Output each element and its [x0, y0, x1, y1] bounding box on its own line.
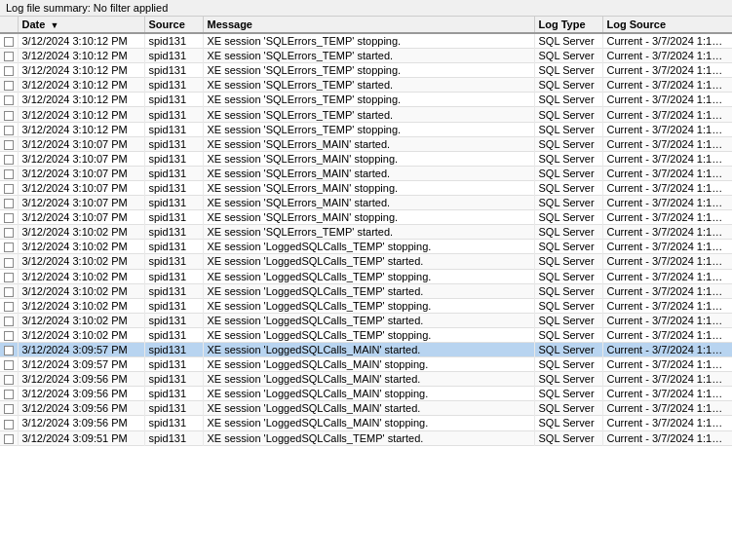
row-checkbox-cell	[0, 372, 18, 387]
checkbox-icon[interactable]	[4, 331, 14, 341]
checkbox-icon[interactable]	[4, 52, 14, 61]
table-row[interactable]: 3/12/2024 3:10:02 PMspid131XE session 'S…	[0, 225, 732, 240]
row-date: 3/12/2024 3:10:12 PM	[18, 93, 144, 107]
row-date: 3/12/2024 3:10:07 PM	[18, 136, 144, 151]
checkbox-icon[interactable]	[4, 360, 14, 370]
table-row[interactable]: 3/12/2024 3:10:02 PMspid131XE session 'L…	[0, 269, 732, 283]
row-logsource: Current - 3/7/2024 1:11:00 PM	[602, 313, 732, 327]
row-checkbox-cell	[0, 151, 18, 166]
header-message[interactable]: Message	[203, 17, 534, 33]
row-logtype: SQL Server	[534, 283, 602, 298]
checkbox-icon[interactable]	[4, 37, 14, 47]
table-row[interactable]: 3/12/2024 3:09:56 PMspid131XE session 'L…	[0, 401, 732, 416]
row-logsource: Current - 3/7/2024 1:11:00 PM	[602, 387, 732, 401]
table-row[interactable]: 3/12/2024 3:10:02 PMspid131XE session 'L…	[0, 313, 732, 327]
checkbox-icon[interactable]	[4, 243, 14, 252]
checkbox-icon[interactable]	[4, 420, 14, 429]
row-message: XE session 'SQLErrors_MAIN' started.	[203, 166, 534, 180]
checkbox-icon[interactable]	[4, 375, 14, 385]
row-logtype: SQL Server	[534, 33, 602, 49]
row-message: XE session 'SQLErrors_TEMP' stopping.	[203, 122, 534, 136]
row-logtype: SQL Server	[534, 387, 602, 401]
checkbox-icon[interactable]	[4, 213, 14, 223]
log-table-container[interactable]: Date ▼ Source Message Log Type Log Sourc…	[0, 17, 732, 555]
table-row[interactable]: 3/12/2024 3:10:02 PMspid131XE session 'L…	[0, 240, 732, 254]
checkbox-icon[interactable]	[4, 404, 14, 414]
checkbox-icon[interactable]	[4, 169, 14, 179]
checkbox-icon[interactable]	[4, 302, 14, 312]
table-row[interactable]: 3/12/2024 3:10:02 PMspid131XE session 'L…	[0, 254, 732, 269]
table-row[interactable]: 3/12/2024 3:10:07 PMspid131XE session 'S…	[0, 151, 732, 166]
row-message: XE session 'SQLErrors_TEMP' started.	[203, 49, 534, 63]
checkbox-icon[interactable]	[4, 346, 14, 355]
checkbox-icon[interactable]	[4, 228, 14, 238]
row-message: XE session 'SQLErrors_TEMP' started.	[203, 107, 534, 122]
row-logsource: Current - 3/7/2024 1:11:00 PM	[602, 240, 732, 254]
row-date: 3/12/2024 3:10:07 PM	[18, 166, 144, 180]
row-message: XE session 'SQLErrors_TEMP' stopping.	[203, 63, 534, 78]
row-date: 3/12/2024 3:10:02 PM	[18, 327, 144, 342]
row-checkbox-cell	[0, 313, 18, 327]
table-row[interactable]: 3/12/2024 3:10:12 PMspid131XE session 'S…	[0, 122, 732, 136]
table-row[interactable]: 3/12/2024 3:10:02 PMspid131XE session 'L…	[0, 298, 732, 313]
row-logsource: Current - 3/7/2024 1:11:00 PM	[602, 196, 732, 210]
row-message: XE session 'LoggedSQLCalls_MAIN' started…	[203, 372, 534, 387]
table-row[interactable]: 3/12/2024 3:10:07 PMspid131XE session 'S…	[0, 136, 732, 151]
row-logsource: Current - 3/7/2024 1:11:00 PM	[602, 63, 732, 78]
header-date[interactable]: Date ▼	[18, 17, 144, 33]
row-source: spid131	[144, 357, 203, 372]
checkbox-icon[interactable]	[4, 317, 14, 326]
checkbox-icon[interactable]	[4, 155, 14, 165]
row-logsource: Current - 3/7/2024 1:11:00 PM	[602, 49, 732, 63]
table-row[interactable]: 3/12/2024 3:09:57 PMspid131XE session 'L…	[0, 357, 732, 372]
table-row[interactable]: 3/12/2024 3:10:07 PMspid131XE session 'S…	[0, 196, 732, 210]
row-source: spid131	[144, 225, 203, 240]
table-row[interactable]: 3/12/2024 3:10:02 PMspid131XE session 'L…	[0, 327, 732, 342]
table-row[interactable]: 3/12/2024 3:10:07 PMspid131XE session 'S…	[0, 180, 732, 195]
checkbox-icon[interactable]	[4, 184, 14, 194]
row-date: 3/12/2024 3:09:56 PM	[18, 416, 144, 430]
checkbox-icon[interactable]	[4, 258, 14, 268]
table-row[interactable]: 3/12/2024 3:10:12 PMspid131XE session 'S…	[0, 63, 732, 78]
table-row[interactable]: 3/12/2024 3:10:12 PMspid131XE session 'S…	[0, 93, 732, 107]
table-row[interactable]: 3/12/2024 3:10:12 PMspid131XE session 'S…	[0, 78, 732, 93]
row-checkbox-cell	[0, 107, 18, 122]
table-row[interactable]: 3/12/2024 3:10:02 PMspid131XE session 'L…	[0, 283, 732, 298]
checkbox-icon[interactable]	[4, 390, 14, 399]
checkbox-icon[interactable]	[4, 95, 14, 105]
checkbox-icon[interactable]	[4, 273, 14, 282]
checkbox-icon[interactable]	[4, 434, 14, 444]
table-header-row: Date ▼ Source Message Log Type Log Sourc…	[0, 17, 732, 33]
row-logtype: SQL Server	[534, 78, 602, 93]
row-logsource: Current - 3/7/2024 1:11:00 PM	[602, 283, 732, 298]
checkbox-icon[interactable]	[4, 126, 14, 135]
checkbox-icon[interactable]	[4, 66, 14, 76]
row-logsource: Current - 3/7/2024 1:11:00 PM	[602, 342, 732, 356]
table-row[interactable]: 3/12/2024 3:10:12 PMspid131XE session 'S…	[0, 49, 732, 63]
row-source: spid131	[144, 136, 203, 151]
checkbox-icon[interactable]	[4, 140, 14, 150]
checkbox-icon[interactable]	[4, 111, 14, 121]
row-date: 3/12/2024 3:10:12 PM	[18, 33, 144, 49]
header-logsource[interactable]: Log Source	[602, 17, 732, 33]
checkbox-icon[interactable]	[4, 81, 14, 91]
table-row[interactable]: 3/12/2024 3:10:07 PMspid131XE session 'S…	[0, 166, 732, 180]
table-row[interactable]: 3/12/2024 3:09:56 PMspid131XE session 'L…	[0, 387, 732, 401]
table-row[interactable]: 3/12/2024 3:10:07 PMspid131XE session 'S…	[0, 210, 732, 225]
row-date: 3/12/2024 3:10:07 PM	[18, 180, 144, 195]
table-row[interactable]: 3/12/2024 3:09:56 PMspid131XE session 'L…	[0, 416, 732, 430]
row-checkbox-cell	[0, 93, 18, 107]
table-row[interactable]: 3/12/2024 3:09:56 PMspid131XE session 'L…	[0, 372, 732, 387]
table-row[interactable]: 3/12/2024 3:09:51 PMspid131XE session 'L…	[0, 430, 732, 445]
log-table: Date ▼ Source Message Log Type Log Sourc…	[0, 17, 732, 446]
header-source[interactable]: Source	[144, 17, 203, 33]
row-source: spid131	[144, 254, 203, 269]
table-row[interactable]: 3/12/2024 3:09:57 PMspid131XE session 'L…	[0, 342, 732, 356]
row-logsource: Current - 3/7/2024 1:11:00 PM	[602, 401, 732, 416]
checkbox-icon[interactable]	[4, 287, 14, 297]
row-date: 3/12/2024 3:09:51 PM	[18, 430, 144, 445]
header-logtype[interactable]: Log Type	[534, 17, 602, 33]
table-row[interactable]: 3/12/2024 3:10:12 PMspid131XE session 'S…	[0, 107, 732, 122]
table-row[interactable]: 3/12/2024 3:10:12 PMspid131XE session 'S…	[0, 33, 732, 49]
checkbox-icon[interactable]	[4, 199, 14, 208]
